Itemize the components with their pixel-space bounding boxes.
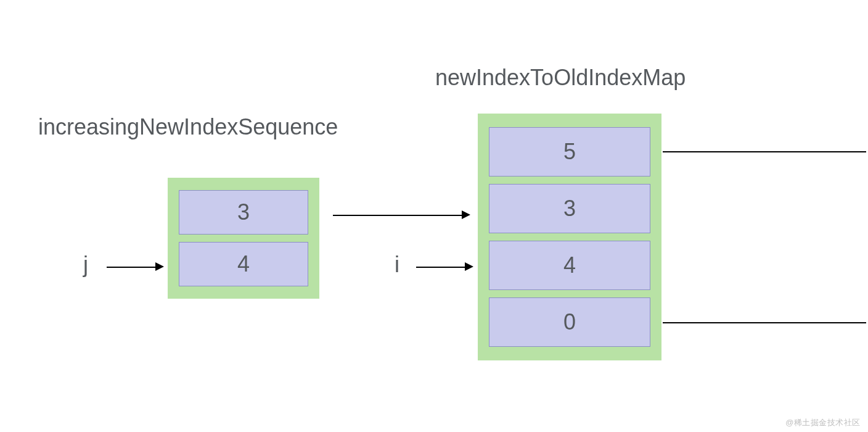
j-pointer-label: j <box>83 252 88 278</box>
right-map-box: 5 3 4 0 <box>478 114 661 360</box>
j-arrow-line <box>107 267 156 268</box>
i-arrow-head <box>465 262 473 271</box>
watermark: @稀土掘金技术社区 <box>785 417 861 428</box>
i-pointer-label: i <box>395 252 399 278</box>
right-line-bottom <box>663 322 866 323</box>
right-cell-0: 5 <box>489 127 650 177</box>
j-arrow-head <box>155 262 164 271</box>
left-title: increasingNewIndexSequence <box>38 114 338 140</box>
right-line-top <box>663 151 866 152</box>
left-cell-0: 3 <box>179 190 308 235</box>
right-cell-3: 0 <box>489 297 650 347</box>
right-cell-2: 4 <box>489 241 650 290</box>
right-cell-1: 3 <box>489 184 650 233</box>
middle-arrow-line <box>333 215 462 216</box>
left-sequence-box: 3 4 <box>168 178 319 299</box>
i-arrow-line <box>416 267 465 268</box>
right-title: newIndexToOldIndexMap <box>435 65 686 91</box>
left-cell-1: 4 <box>179 242 308 286</box>
middle-arrow-head <box>462 210 470 219</box>
